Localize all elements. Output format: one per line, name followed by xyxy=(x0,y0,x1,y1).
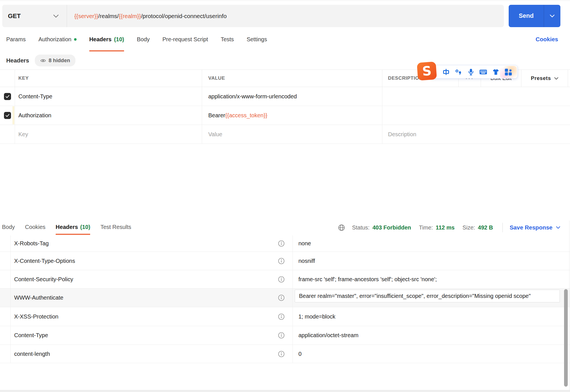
row-check-cell xyxy=(0,106,15,125)
row-check-cell xyxy=(0,125,15,144)
response-header-key: Content-Type xyxy=(14,332,48,339)
key-column-header: KEY xyxy=(15,70,202,87)
header-key-cell[interactable]: Content-Type xyxy=(15,87,202,106)
response-tab-headers[interactable]: Headers (10) xyxy=(56,220,90,235)
info-icon[interactable] xyxy=(278,294,285,301)
header-description-cell[interactable] xyxy=(382,106,570,125)
response-header-value-expanded[interactable]: Bearer realm="master", error="insufficie… xyxy=(295,290,560,302)
send-button-group: Send xyxy=(509,5,560,27)
punctuation-icon[interactable] xyxy=(454,66,463,77)
description-placeholder-input[interactable]: Description xyxy=(382,125,570,144)
value-variable: {{access_token}} xyxy=(225,112,267,119)
row-gutter xyxy=(0,235,11,252)
response-header-key: X-XSS-Protection xyxy=(14,313,58,320)
row-gutter xyxy=(0,307,11,326)
tab-headers[interactable]: Headers (10) xyxy=(89,27,124,51)
response-header-row: X-Robots-Tag none xyxy=(0,235,570,252)
tab-settings[interactable]: Settings xyxy=(247,27,267,51)
header-description-cell[interactable] xyxy=(382,87,570,106)
info-icon[interactable] xyxy=(278,257,285,265)
voice-input-icon[interactable] xyxy=(466,66,476,77)
header-value-cell[interactable]: Bearer {{access_token}} xyxy=(202,106,382,125)
window-bottom-edge xyxy=(0,390,570,392)
row-checkbox-checked[interactable] xyxy=(4,112,11,119)
time-value: 112 ms xyxy=(436,224,455,231)
table-row-empty: Key Value Description xyxy=(0,125,570,144)
row-gutter xyxy=(0,270,11,288)
response-headers-table: X-Robots-Tag none X-Content-Type-Options… xyxy=(0,235,570,363)
size-value: 492 B xyxy=(478,224,493,231)
info-icon[interactable] xyxy=(278,313,285,320)
info-icon[interactable] xyxy=(278,240,285,247)
request-url-container: GET {{server}}/realms/{{realm}}/protocol… xyxy=(2,5,504,27)
tab-body[interactable]: Body xyxy=(137,27,150,51)
send-button[interactable]: Send xyxy=(509,5,544,27)
sogou-ime-logo[interactable]: S xyxy=(417,62,437,81)
url-segment: /protocol/openid-connect/userinfo xyxy=(141,13,227,20)
info-icon[interactable] xyxy=(278,276,285,283)
chevron-down-icon xyxy=(53,14,59,18)
request-headers-table: KEY VALUE DESCRIPTION ··· Bulk Edit Pres… xyxy=(0,70,570,144)
info-icon[interactable] xyxy=(278,332,285,339)
response-header-row: WWW-Authenticate Bearer realm="master", … xyxy=(0,289,570,307)
value-column-header: VALUE xyxy=(202,70,382,87)
method-selector[interactable]: GET xyxy=(2,5,67,27)
size-label: Size: xyxy=(463,224,475,231)
response-tab-bar: Body Cookies Headers (10) Test Results S… xyxy=(0,220,570,235)
toolbox-icon[interactable] xyxy=(503,66,513,77)
response-header-value: frame-src 'self'; frame-ancestors 'self'… xyxy=(293,276,570,283)
url-input[interactable]: {{server}}/realms/{{realm}}/protocol/ope… xyxy=(67,5,504,27)
row-gutter xyxy=(0,289,11,307)
tab-params[interactable]: Params xyxy=(6,27,26,51)
chevron-down-icon xyxy=(554,77,558,80)
hidden-headers-toggle[interactable]: 8 hidden xyxy=(35,55,75,66)
response-headers-count: (10) xyxy=(80,224,90,230)
response-header-row: Content-Type application/octet-stream xyxy=(0,326,570,345)
chevron-down-icon xyxy=(556,226,560,229)
response-header-value: 0 xyxy=(293,351,570,357)
url-segment: /realms/ xyxy=(98,13,119,20)
globe-icon[interactable] xyxy=(338,224,345,231)
vertical-scrollbar[interactable] xyxy=(564,289,568,387)
response-header-row: content-length 0 xyxy=(0,345,570,363)
tab-tests[interactable]: Tests xyxy=(221,27,234,51)
tab-authorization[interactable]: Authorization xyxy=(38,27,77,51)
key-placeholder-input[interactable]: Key xyxy=(15,125,202,144)
response-header-value: none xyxy=(293,240,570,247)
header-value-cell[interactable]: application/x-www-form-urlencoded xyxy=(202,87,382,106)
row-gutter xyxy=(0,326,11,345)
save-response-button[interactable]: Save Response xyxy=(510,224,560,231)
response-tab-test-results[interactable]: Test Results xyxy=(100,220,131,235)
presets-dropdown[interactable]: Presets xyxy=(521,70,568,87)
response-tab-cookies[interactable]: Cookies xyxy=(25,220,45,235)
top-divider xyxy=(0,0,570,1)
status-value: 403 Forbidden xyxy=(372,224,411,231)
status-label: Status: xyxy=(352,224,370,231)
tab-pre-request-script[interactable]: Pre-request Script xyxy=(162,27,208,51)
value-placeholder-input[interactable]: Value xyxy=(202,125,382,144)
chinese-mode-icon[interactable] xyxy=(441,66,451,77)
url-variable-server: {{server}} xyxy=(74,13,98,20)
authorization-active-dot xyxy=(74,38,77,41)
response-meta-bar: Status: 403 Forbidden Time: 112 ms Size:… xyxy=(338,220,570,235)
response-header-row: X-Content-Type-Options nosniff xyxy=(0,252,570,270)
skin-icon[interactable] xyxy=(491,66,500,77)
headers-title: Headers xyxy=(6,57,29,64)
time-label: Time: xyxy=(419,224,433,231)
response-header-row: X-XSS-Protection 1; mode=block xyxy=(0,307,570,326)
response-header-value: 1; mode=block xyxy=(293,313,570,320)
row-checkbox-checked[interactable] xyxy=(4,93,11,100)
response-tab-body[interactable]: Body xyxy=(2,220,15,235)
virtual-keyboard-icon[interactable] xyxy=(478,66,488,77)
panel-gap xyxy=(0,144,570,220)
url-variable-realm: {{realm}} xyxy=(119,13,141,20)
response-header-row: Content-Security-Policy frame-src 'self'… xyxy=(0,270,570,289)
eye-icon xyxy=(40,58,46,64)
request-url-row: GET {{server}}/realms/{{realm}}/protocol… xyxy=(0,5,570,27)
info-icon[interactable] xyxy=(278,350,285,358)
cookies-link[interactable]: Cookies xyxy=(536,27,558,51)
row-gutter xyxy=(0,345,11,363)
header-key-cell[interactable]: Authorization xyxy=(15,106,202,125)
send-options-button[interactable] xyxy=(544,5,560,27)
method-label: GET xyxy=(8,12,21,20)
